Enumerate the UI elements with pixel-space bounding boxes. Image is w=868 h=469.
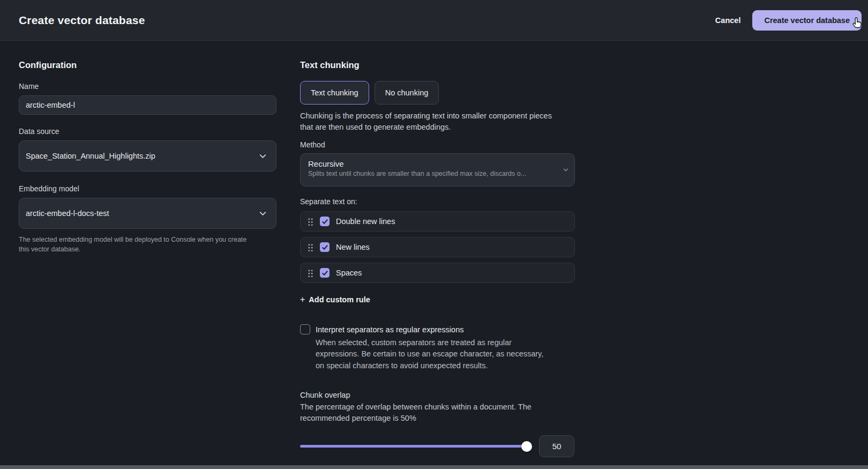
embedding-model-value: arctic-embed-l-docs-test <box>26 209 109 218</box>
chunk-overlap-slider[interactable] <box>300 441 530 452</box>
data-source-value: Space_Station_Annual_Highlights.zip <box>26 152 155 160</box>
check-icon <box>321 218 328 225</box>
embedding-model-help: The selected embedding model will be dep… <box>19 235 257 254</box>
chunking-description: Chunking is the process of separating te… <box>300 110 565 133</box>
regex-checkbox[interactable] <box>300 324 310 334</box>
drag-handle-icon[interactable] <box>308 217 313 226</box>
method-label: Method <box>300 140 575 149</box>
chunk-overlap-description: The percentage of overlap between chunks… <box>300 401 575 424</box>
chevron-down-icon <box>258 209 267 218</box>
method-value-description: Splits text until chunks are smaller tha… <box>308 170 558 177</box>
separator-row: Double new lines <box>300 211 575 232</box>
header-actions: Cancel Create vector database <box>715 10 862 31</box>
chevron-down-icon <box>563 167 569 173</box>
name-input[interactable] <box>19 95 276 115</box>
text-chunking-section: Text chunking Text chunking No chunking … <box>300 60 575 469</box>
separator-checkbox[interactable] <box>320 242 330 252</box>
regex-label: Interpret separators as regular expressi… <box>316 325 463 334</box>
separator-checkbox[interactable] <box>320 268 330 278</box>
add-custom-rule-label: Add custom rule <box>309 295 370 304</box>
separator-label: Double new lines <box>336 217 395 226</box>
embedding-model-label: Embedding model <box>19 184 276 193</box>
method-value: Recursive <box>308 159 558 168</box>
separator-row: Spaces <box>300 263 575 283</box>
separator-checkbox[interactable] <box>320 217 330 226</box>
create-vector-database-button[interactable]: Create vector database <box>752 10 862 31</box>
data-source-select[interactable]: Space_Station_Annual_Highlights.zip <box>19 140 276 172</box>
chunk-overlap-input[interactable] <box>539 435 574 457</box>
chunk-overlap-control <box>300 435 575 457</box>
chunking-mode-tabs: Text chunking No chunking <box>300 81 575 105</box>
plus-icon: + <box>300 295 305 304</box>
embedding-model-select[interactable]: arctic-embed-l-docs-test <box>19 198 276 229</box>
check-icon <box>321 270 328 277</box>
text-chunking-heading: Text chunking <box>300 60 575 70</box>
separator-label: Spaces <box>336 269 362 277</box>
check-icon <box>321 244 328 251</box>
drag-handle-icon[interactable] <box>308 269 313 277</box>
slider-track[interactable] <box>300 445 530 448</box>
name-label: Name <box>19 82 276 91</box>
separate-text-on-label: Separate text on: <box>300 197 575 206</box>
regex-description: When selected, custom separators are tre… <box>316 337 550 371</box>
separator-label: New lines <box>336 243 370 251</box>
tab-text-chunking[interactable]: Text chunking <box>300 81 369 105</box>
data-source-label: Data source <box>19 127 276 136</box>
chunk-overlap-label: Chunk overlap <box>300 391 575 399</box>
page-title: Create vector database <box>19 14 145 27</box>
slider-thumb[interactable] <box>521 441 532 452</box>
method-select[interactable]: Recursive Splits text until chunks are s… <box>300 153 575 187</box>
configuration-section: Configuration Name Data source Space_Sta… <box>19 60 276 254</box>
bottom-edge-bar <box>0 465 868 469</box>
configuration-heading: Configuration <box>19 60 276 70</box>
tab-no-chunking[interactable]: No chunking <box>375 81 439 105</box>
add-custom-rule-button[interactable]: + Add custom rule <box>300 295 370 304</box>
regex-option: Interpret separators as regular expressi… <box>300 324 575 371</box>
modal-header: Create vector database Cancel Create vec… <box>0 0 868 41</box>
separator-row: New lines <box>300 237 575 257</box>
drag-handle-icon[interactable] <box>308 243 313 251</box>
chevron-down-icon <box>258 152 267 161</box>
cancel-button[interactable]: Cancel <box>715 16 741 25</box>
